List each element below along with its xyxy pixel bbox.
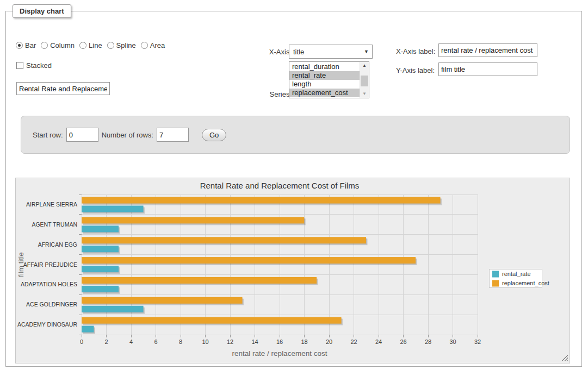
chart-type-radio-group: BarColumnLineSplineArea: [16, 41, 170, 49]
x-tick-label: 24: [375, 338, 382, 345]
chart-title-input[interactable]: [16, 82, 110, 95]
bar-replacement_cost: [82, 277, 317, 284]
legend-label: replacement_cost: [502, 280, 549, 286]
x-tick-label: 22: [350, 338, 357, 345]
x-tick-label: 10: [202, 338, 208, 345]
x-tick-label: 18: [301, 338, 307, 345]
chart-type-radio-spline[interactable]: Spline: [107, 41, 136, 49]
chart-title: Rental Rate and Replacement Cost of Film…: [200, 181, 360, 190]
x-tick-label: 26: [400, 338, 406, 345]
stacked-checkbox[interactable]: [16, 62, 23, 69]
radio-label: Area: [150, 41, 165, 49]
scroll-up-icon[interactable]: ▲: [360, 62, 369, 70]
series-option-rental_rate[interactable]: rental_rate: [289, 71, 360, 80]
axis-ticks: [79, 195, 478, 337]
series-option-length[interactable]: length: [289, 80, 360, 89]
legend-swatch-rental_rate: [492, 271, 499, 278]
bar-replacement_cost: [82, 197, 441, 204]
chevron-down-icon: ▼: [364, 49, 369, 54]
number-of-rows-input[interactable]: [157, 128, 189, 142]
chart-type-radio-area[interactable]: Area: [141, 41, 165, 49]
row-range-panel: Start row: Number of rows: Go: [21, 116, 570, 154]
legend-label: rental_rate: [502, 271, 531, 277]
x-axis-title: rental rate / replacement cost: [232, 349, 327, 358]
chart-type-radio-bar[interactable]: Bar: [16, 41, 36, 49]
series-option-replacement_cost[interactable]: replacement_cost: [289, 89, 360, 97]
bar-rental_rate: [82, 266, 119, 272]
scroll-down-icon[interactable]: ▼: [360, 90, 369, 98]
stacked-label: Stacked: [26, 61, 52, 70]
x-tick-label: 16: [276, 338, 283, 345]
x-axis-label-input[interactable]: [438, 43, 537, 57]
bar-rental_rate: [82, 286, 119, 292]
bar-replacement_cost: [82, 257, 416, 264]
radio-icon[interactable]: [79, 42, 86, 49]
category-label: ADAPTATION HOLES: [21, 281, 77, 287]
bar-rental_rate: [82, 206, 144, 212]
x-tick-label: 2: [104, 338, 108, 345]
x-tick-label: 30: [449, 338, 456, 345]
x-axis-select[interactable]: title ▼: [289, 45, 373, 59]
chart-type-radio-line[interactable]: Line: [79, 41, 102, 49]
radio-label: Column: [50, 41, 75, 49]
x-tick-label: 20: [326, 338, 332, 345]
scrollbar-thumb[interactable]: [361, 76, 368, 86]
fieldset-legend-text: Display chart: [20, 7, 64, 15]
x-tick-label: 8: [179, 338, 182, 345]
series-option-rental_duration[interactable]: rental_duration: [289, 62, 360, 71]
go-button[interactable]: Go: [202, 129, 226, 141]
bar-rental_rate: [82, 306, 144, 312]
fieldset-legend: Display chart: [13, 4, 71, 18]
stacked-checkbox-row[interactable]: Stacked: [16, 61, 52, 70]
radio-icon[interactable]: [16, 42, 23, 49]
bar-replacement_cost: [82, 217, 304, 223]
bar-replacement_cost: [82, 297, 243, 304]
category-label: ACADEMY DINOSAUR: [17, 321, 77, 328]
category-label: AIRPLANE SIERRA: [26, 201, 77, 208]
x-tick-label: 32: [474, 338, 481, 345]
bar-replacement_cost: [82, 237, 366, 243]
radio-icon[interactable]: [41, 42, 48, 49]
bar-rental_rate: [82, 246, 119, 252]
bar-replacement_cost: [82, 317, 342, 324]
x-axis-label: X-Axis:: [262, 48, 292, 56]
x-tick-label: 14: [251, 338, 258, 345]
listbox-scrollbar[interactable]: ▲ ▼: [360, 62, 369, 98]
radio-label: Bar: [25, 41, 36, 49]
y-axis-label-input[interactable]: [438, 62, 537, 76]
x-tick-label: 0: [80, 338, 83, 345]
radio-icon[interactable]: [141, 42, 148, 49]
number-of-rows-label: Number of rows:: [102, 131, 153, 139]
x-tick-label: 12: [227, 338, 233, 345]
start-row-label: Start row:: [33, 131, 63, 139]
y-axis-title: film title: [17, 252, 25, 277]
radio-label: Spline: [116, 41, 136, 49]
series-label: Series:: [262, 90, 292, 98]
bar-rental_rate: [82, 225, 119, 232]
display-chart-fieldset: Display chart BarColumnLineSplineArea St…: [5, 4, 582, 367]
chart-panel: AIRPLANE SIERRAAGENT TRUMANAFRICAN EGGAF…: [15, 178, 570, 363]
legend-swatch-replacement_cost: [492, 280, 499, 287]
category-label: AFFAIR PREJUDICE: [23, 261, 77, 268]
x-axis-selected-value: title: [293, 48, 304, 56]
bar-chart: AIRPLANE SIERRAAGENT TRUMANAFRICAN EGGAF…: [16, 178, 570, 363]
chart-legend: rental_ratereplacement_cost: [489, 269, 549, 287]
y-axis-label-caption: Y-Axis label:: [396, 66, 435, 74]
chart-type-radio-column[interactable]: Column: [41, 41, 75, 49]
radio-label: Line: [89, 41, 102, 49]
x-tick-label: 28: [425, 338, 431, 345]
category-label: AGENT TRUMAN: [32, 221, 77, 228]
scrollbar-track[interactable]: [360, 70, 369, 90]
bar-rental_rate: [82, 326, 94, 333]
x-tick-label: 6: [154, 338, 157, 345]
category-label: ACE GOLDFINGER: [26, 301, 77, 308]
series-options: rental_durationrental_ratelengthreplacem…: [289, 62, 360, 98]
radio-icon[interactable]: [107, 42, 114, 49]
series-listbox[interactable]: rental_durationrental_ratelengthreplacem…: [289, 61, 369, 98]
bars: [82, 197, 442, 334]
x-axis-label-caption: X-Axis label:: [396, 47, 435, 55]
category-label: AFRICAN EGG: [38, 241, 77, 248]
x-tick-label: 4: [129, 338, 133, 345]
start-row-input[interactable]: [66, 128, 98, 142]
